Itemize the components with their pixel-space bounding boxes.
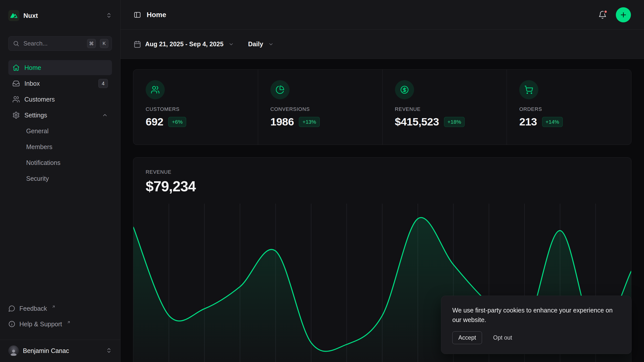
search-bar[interactable]: ⌘ K — [8, 36, 112, 51]
feedback-link[interactable]: Feedback — [8, 302, 112, 314]
nav-label: Notifications — [26, 159, 60, 166]
nav-label: Inbox — [24, 80, 40, 87]
nav-label: Customers — [24, 96, 55, 103]
link-label: Feedback — [19, 305, 47, 312]
stat-label: REVENUE — [395, 106, 495, 112]
nuxt-logo — [8, 10, 19, 21]
cookie-actions: Accept Opt out — [452, 331, 620, 344]
stat-change-badge: +14% — [542, 117, 563, 127]
add-button[interactable] — [616, 7, 631, 22]
stat-card-revenue[interactable]: REVENUE $415,523 +18% — [382, 70, 507, 145]
workspace-name: Nuxt — [23, 12, 38, 20]
stat-label: CUSTOMERS — [146, 106, 246, 112]
stat-value: 213 — [519, 116, 537, 128]
calendar-icon — [134, 40, 141, 48]
users-icon — [146, 80, 165, 99]
gear-icon — [12, 111, 20, 119]
external-link-icon — [52, 305, 56, 309]
stat-value: 692 — [146, 116, 163, 128]
shortcut-key-k: K — [100, 39, 108, 48]
sidebar-item-inbox[interactable]: Inbox 4 — [8, 76, 112, 91]
chat-bubble-icon — [8, 305, 15, 312]
info-icon — [8, 321, 15, 328]
cookie-accept-button[interactable]: Accept — [452, 331, 482, 344]
search-input[interactable] — [23, 40, 83, 47]
sidebar: Nuxt ⌘ K Home Inbox 4 — [0, 0, 120, 362]
sidebar-footer-links: Feedback Help & Support — [0, 302, 120, 330]
revenue-chart-header: REVENUE $79,234 — [133, 158, 631, 195]
inbox-icon — [12, 80, 20, 87]
stat-value: $415,523 — [395, 116, 439, 128]
users-icon — [12, 96, 20, 103]
stat-card-conversions[interactable]: CONVERSIONS 1986 +13% — [258, 70, 382, 145]
stat-change-badge: +18% — [444, 117, 465, 127]
notifications-button[interactable] — [598, 11, 607, 19]
cookie-message: We use first-party cookies to enhance yo… — [452, 305, 620, 325]
date-range-picker[interactable]: Aug 21, 2025 - Sep 4, 2025 — [134, 40, 234, 48]
nav-label: Members — [26, 143, 52, 151]
stat-change-badge: +13% — [299, 117, 319, 127]
search-icon — [13, 40, 19, 47]
cookie-optout-button[interactable]: Opt out — [493, 334, 512, 341]
nav-label: Security — [26, 175, 49, 182]
period-value: Daily — [248, 40, 263, 48]
stat-label: CONVERSIONS — [270, 106, 370, 112]
chevrons-up-down-icon — [106, 347, 112, 353]
filters-toolbar: Aug 21, 2025 - Sep 4, 2025 Daily — [120, 30, 644, 59]
sidebar-nav: Home Inbox 4 Customers Settings Ge — [0, 60, 120, 187]
sidebar-subitem-members[interactable]: Members — [8, 139, 112, 155]
chevron-up-icon — [102, 112, 108, 118]
chevron-down-icon — [268, 41, 274, 47]
stats-panel: CUSTOMERS 692 +6% CONVERSIONS 1986 +13% — [133, 69, 631, 145]
page-header: Home — [120, 0, 644, 30]
stat-value: 1986 — [270, 116, 294, 128]
stat-label: ORDERS — [519, 106, 619, 112]
help-support-link[interactable]: Help & Support — [8, 318, 112, 330]
sidebar-item-customers[interactable]: Customers — [8, 92, 112, 107]
external-link-icon — [67, 320, 71, 324]
period-select[interactable]: Daily — [248, 40, 274, 48]
chevrons-up-down-icon — [106, 12, 112, 18]
sidebar-item-settings[interactable]: Settings — [8, 108, 112, 123]
sidebar-subitem-general[interactable]: General — [8, 123, 112, 139]
stat-card-orders[interactable]: ORDERS 213 +14% — [507, 70, 631, 145]
pie-chart-icon — [270, 80, 290, 99]
user-menu[interactable]: Benjamin Canac — [0, 340, 120, 362]
notification-dot — [603, 10, 608, 14]
sidebar-subitem-security[interactable]: Security — [8, 171, 112, 186]
date-range-value: Aug 21, 2025 - Sep 4, 2025 — [145, 40, 223, 48]
inbox-count-badge: 4 — [98, 79, 108, 88]
home-icon — [12, 64, 20, 71]
sidebar-subitem-notifications[interactable]: Notifications — [8, 155, 112, 170]
revenue-value: $79,234 — [146, 178, 619, 195]
avatar — [8, 345, 19, 356]
user-select-chevrons[interactable] — [106, 347, 112, 354]
sidebar-item-home[interactable]: Home — [8, 60, 112, 75]
page-title: Home — [147, 11, 166, 19]
cookie-banner: We use first-party cookies to enhance yo… — [441, 296, 632, 354]
sidebar-toggle-button[interactable] — [134, 11, 141, 19]
chevron-down-icon — [228, 41, 234, 47]
nav-label: General — [26, 127, 49, 135]
stat-change-badge: +6% — [168, 117, 186, 127]
stat-card-customers[interactable]: CUSTOMERS 692 +6% — [133, 70, 258, 145]
cart-icon — [519, 80, 538, 99]
plus-icon — [620, 11, 627, 19]
sidebar-spacer — [0, 187, 120, 302]
workspace-select-chevrons[interactable] — [106, 12, 112, 19]
link-label: Help & Support — [19, 321, 62, 328]
user-name: Benjamin Canac — [23, 347, 69, 354]
workspace-switcher[interactable]: Nuxt — [0, 9, 120, 23]
revenue-label: REVENUE — [146, 169, 619, 175]
header-actions — [598, 7, 631, 22]
shortcut-key-cmd: ⌘ — [87, 39, 96, 48]
panel-left-icon — [134, 11, 141, 19]
dollar-circle-icon — [395, 80, 414, 99]
nav-label: Settings — [24, 112, 47, 119]
nav-label: Home — [24, 64, 41, 71]
